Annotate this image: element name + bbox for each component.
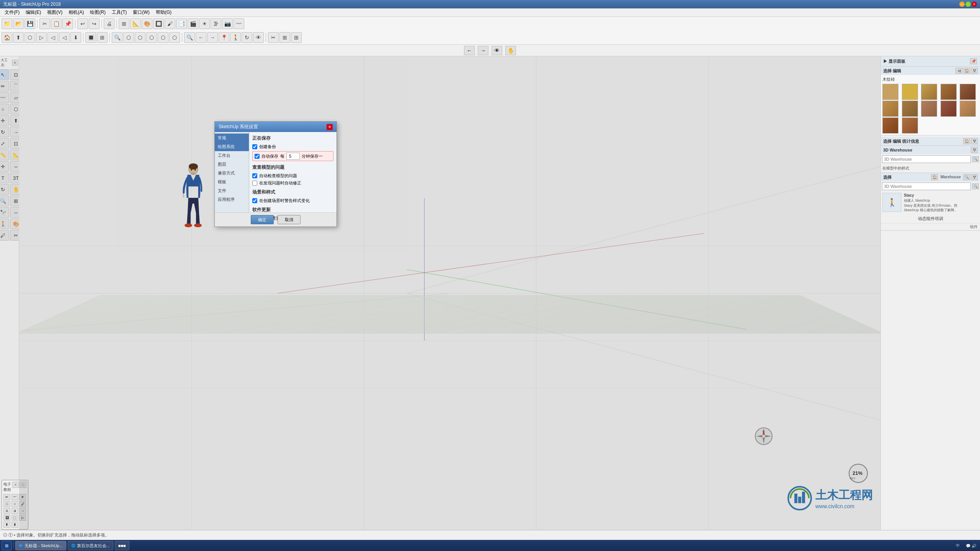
tb-turn[interactable]: ↻ xyxy=(242,32,252,43)
wh-home[interactable]: 🏠 xyxy=(931,174,938,180)
backup-checkbox[interactable] xyxy=(252,144,257,149)
minimize-button[interactable]: — xyxy=(959,2,965,7)
tool-text[interactable]: T xyxy=(0,173,9,183)
nav-look[interactable]: 👁 xyxy=(492,46,502,55)
tb-shaded-texture[interactable]: ⬡ xyxy=(158,32,168,43)
tb-shadows[interactable]: ☀ xyxy=(199,18,210,29)
tb-hidden-line[interactable]: ⬡ xyxy=(135,32,145,43)
tool-walk[interactable]: 🚶 xyxy=(0,218,9,229)
tb-undo[interactable]: ↩ xyxy=(77,18,88,29)
dialog-nav-workbench[interactable]: 工作台 xyxy=(215,151,249,160)
tool-axes[interactable]: ✛ xyxy=(0,161,9,172)
swatch-4[interactable] xyxy=(941,84,957,100)
ebook-tool-down[interactable]: ⬇ xyxy=(11,522,18,528)
tb-wireframe[interactable]: ⬡ xyxy=(123,32,134,43)
tool-select[interactable]: ↖ xyxy=(0,69,9,80)
tb-layers[interactable]: 📑 xyxy=(176,18,187,29)
viewport[interactable]: N 21% RPY xyxy=(19,56,880,530)
tb-copy[interactable]: 📋 xyxy=(51,18,62,29)
tb-components[interactable]: 🔲 xyxy=(153,18,164,29)
tb-back[interactable]: ◁ xyxy=(47,32,58,43)
tb-parallel[interactable]: ⊞ xyxy=(97,32,108,43)
start-button[interactable]: ⊞ xyxy=(2,541,12,550)
swatch-9[interactable] xyxy=(941,101,957,117)
swatch-10[interactable] xyxy=(960,101,976,117)
tool-tape[interactable]: 📏 xyxy=(0,150,9,160)
tool-zoom-ext[interactable]: 🔭 xyxy=(0,207,9,218)
mat-prev[interactable]: ◁ xyxy=(956,68,962,74)
autosave-checkbox[interactable] xyxy=(255,154,260,159)
tb-scenes[interactable]: 🎬 xyxy=(188,18,198,29)
taskbar-browser[interactable]: 🌐 第百尔思友社会... xyxy=(68,541,113,550)
check-model-checkbox[interactable] xyxy=(252,173,257,178)
dialog-nav-files[interactable]: 文件 xyxy=(215,186,249,195)
ebook-tool-textb[interactable]: 𝑨 xyxy=(11,508,18,514)
autosave-interval[interactable] xyxy=(286,153,300,160)
tb-fog[interactable]: 🌫 xyxy=(211,18,221,29)
tb-zoom-ext[interactable]: 🔍 xyxy=(184,32,195,43)
tb-right[interactable]: ▷ xyxy=(36,32,47,43)
warehouse-search-btn-2[interactable]: 🔍 xyxy=(972,183,979,189)
tb-new[interactable]: 📁 xyxy=(2,18,12,29)
ebook-tool-up[interactable]: ⬆ xyxy=(3,522,10,528)
ebook-tool-rect[interactable]: □ xyxy=(3,501,10,507)
taskbar-bar3[interactable]: ■■■ xyxy=(115,541,129,550)
tb-position-camera[interactable]: 📍 xyxy=(219,32,229,43)
tb-model-info[interactable]: ⊞ xyxy=(119,18,129,29)
warehouse-search-input-2[interactable] xyxy=(882,183,971,190)
menu-camera[interactable]: 相机(A) xyxy=(65,8,87,16)
warehouse-search-btn-1[interactable]: 🔍 xyxy=(972,156,979,162)
prop-menu[interactable]: ▽ xyxy=(971,138,978,144)
swatch-6[interactable] xyxy=(882,101,898,117)
tool-freehand[interactable]: 〰 xyxy=(0,92,9,103)
tb-soften[interactable]: 〰 xyxy=(234,18,244,29)
ebook-tool-select[interactable]: ⬚ xyxy=(11,515,18,521)
dialog-nav-layers[interactable]: 图层 xyxy=(215,160,249,169)
swatch-3[interactable] xyxy=(921,84,937,100)
nav-back[interactable]: ← xyxy=(464,46,475,55)
dialog-nav-templates[interactable]: 模板 xyxy=(215,178,249,186)
warehouse-search-input-1[interactable] xyxy=(882,155,971,163)
tb-redo[interactable]: ↪ xyxy=(89,18,100,29)
tb-look-around[interactable]: 👁 xyxy=(253,32,264,43)
mat-menu[interactable]: ▽ xyxy=(971,68,978,74)
tool-rotate[interactable]: ↻ xyxy=(0,127,9,137)
swatch-2[interactable] xyxy=(902,84,918,100)
swatch-8[interactable] xyxy=(921,101,937,117)
tool-pencil[interactable]: ✏ xyxy=(0,81,9,91)
warehouse-menu[interactable]: ▽ xyxy=(971,147,978,153)
wh-menu[interactable]: ▽ xyxy=(971,174,978,180)
tb-shaded[interactable]: ⬡ xyxy=(146,32,157,43)
swatch-12[interactable] xyxy=(902,117,918,134)
tb-section-display[interactable]: ⊞ xyxy=(279,32,290,43)
dialog-nav-compat[interactable]: 兼容方式 xyxy=(215,169,249,178)
menu-tools[interactable]: 工具(T) xyxy=(109,8,130,16)
tb-section-cut[interactable]: ⊞ xyxy=(291,32,302,43)
tb-section-plane[interactable]: ✂ xyxy=(268,32,279,43)
tb-front[interactable]: ⬡ xyxy=(24,32,35,43)
tb-walk[interactable]: 🚶 xyxy=(230,32,241,43)
menu-window[interactable]: 窗口(W) xyxy=(130,8,152,16)
menu-help[interactable]: 帮助(G) xyxy=(153,8,175,16)
taskbar-sketchup[interactable]: 🔷 无标题 - SketchUp... xyxy=(15,541,66,550)
tb-bottom[interactable]: ⬇ xyxy=(70,32,81,43)
tb-materials[interactable]: 🎨 xyxy=(142,18,152,29)
menu-view[interactable]: 视图(V) xyxy=(44,8,65,16)
tb-entity-info[interactable]: 📐 xyxy=(130,18,141,29)
nav-forward[interactable]: → xyxy=(478,46,488,55)
auto-fix-checkbox[interactable] xyxy=(252,181,257,186)
close-button[interactable]: ✕ xyxy=(972,2,977,7)
menu-draw[interactable]: 绘图(R) xyxy=(87,8,109,16)
maximize-button[interactable]: □ xyxy=(965,2,971,7)
ebook-tool-text[interactable]: A xyxy=(3,508,10,514)
tb-styles[interactable]: 🖌 xyxy=(165,18,175,29)
tool-move[interactable]: ✛ xyxy=(0,115,9,126)
menu-file[interactable]: 文件(F) xyxy=(2,8,23,16)
tb-iso[interactable]: 🏠 xyxy=(2,32,12,43)
tb-save[interactable]: 💾 xyxy=(24,18,35,29)
toggle-tools[interactable]: × xyxy=(12,60,18,66)
dialog-nav-apps[interactable]: 应用程序 xyxy=(215,195,249,204)
swatch-1[interactable] xyxy=(882,84,898,100)
tb-xray[interactable]: 🔍 xyxy=(112,32,122,43)
taskbar-ime[interactable]: 中 xyxy=(954,543,962,548)
